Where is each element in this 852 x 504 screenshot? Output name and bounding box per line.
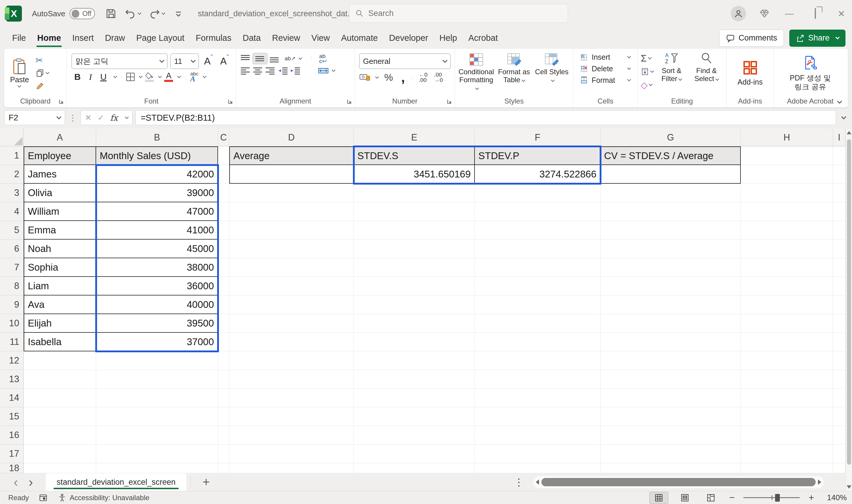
cell-b18[interactable] [96,463,218,473]
cell-c6[interactable] [218,239,229,258]
name-box[interactable]: F2 [4,110,65,125]
cell-f9[interactable] [475,295,600,314]
cell-i13[interactable] [833,370,846,389]
cell-i4[interactable] [833,202,846,221]
cell-a8[interactable]: Liam [24,277,96,295]
cell-a5[interactable]: Emma [24,221,96,239]
cell-h2[interactable] [741,165,833,184]
cell-e8[interactable] [354,277,475,295]
cell-c3[interactable] [218,184,229,202]
tab-formulas[interactable]: Formulas [190,27,237,49]
align-top-icon[interactable] [240,54,251,63]
tab-draw[interactable]: Draw [99,27,131,49]
horizontal-scroll-thumb[interactable] [541,478,816,486]
normal-view-button[interactable] [649,492,668,504]
autosave-toggle[interactable]: AutoSave Off [32,8,95,19]
row-header-7[interactable]: 7 [0,258,24,277]
column-header-c[interactable]: C [218,129,229,146]
cell-i8[interactable] [833,277,846,295]
conditional-formatting-button[interactable]: Conditional Formatting [458,53,495,92]
cell-g15[interactable] [600,407,741,426]
cell-a9[interactable]: Ava [24,295,96,314]
cell-i15[interactable] [833,407,846,426]
cell-d18[interactable] [229,463,354,473]
row-header-11[interactable]: 11 [0,333,24,352]
cell-c15[interactable] [218,407,229,426]
cell-i16[interactable] [833,426,846,445]
cell-d5[interactable] [229,221,354,239]
sheet-nav-right-icon[interactable]: › [23,476,38,488]
cell-h10[interactable] [741,314,833,333]
row-header-3[interactable]: 3 [0,184,24,202]
cell-b6[interactable]: 45000 [96,239,218,258]
delete-cells-button[interactable]: Delete [580,65,637,73]
cell-c13[interactable] [218,370,229,389]
underline-chevron-icon[interactable] [113,74,117,78]
fx-chevron-icon[interactable] [125,115,129,119]
align-left-icon[interactable] [240,67,251,75]
search-input[interactable] [368,9,546,18]
zoom-slider[interactable] [743,497,800,498]
cell-i17[interactable] [833,445,846,463]
cell-f3[interactable] [475,184,600,202]
phonetic-button[interactable]: abcA [190,72,198,82]
cell-e3[interactable] [354,184,475,202]
cell-g17[interactable] [600,445,741,463]
tab-review[interactable]: Review [267,27,306,49]
insert-function-icon[interactable]: fx [110,113,118,123]
cell-i9[interactable] [833,295,846,314]
cell-e9[interactable] [354,295,475,314]
tab-home[interactable]: Home [32,27,67,49]
new-sheet-button[interactable]: + [191,475,222,489]
cell-h11[interactable] [741,333,833,352]
cell-g9[interactable] [600,295,741,314]
cell-f2[interactable]: 3274.522866 [475,165,600,184]
cell-b5[interactable]: 41000 [96,221,218,239]
row-header-15[interactable]: 15 [0,407,24,426]
vertical-scrollbar[interactable] [846,129,852,491]
cell-h15[interactable] [741,407,833,426]
cell-h8[interactable] [741,277,833,295]
tab-data[interactable]: Data [237,27,266,49]
accounting-format-icon[interactable] [359,73,371,82]
cell-b10[interactable]: 39500 [96,314,218,333]
underline-button[interactable]: U [97,72,109,82]
cell-f4[interactable] [475,202,600,221]
align-bottom-icon[interactable] [269,54,280,63]
cell-d15[interactable] [229,407,354,426]
cell-b14[interactable] [96,389,218,407]
fill-button[interactable] [641,66,653,77]
cell-h5[interactable] [741,221,833,239]
cell-a15[interactable] [24,407,96,426]
scroll-left-icon[interactable] [536,480,539,485]
create-pdf-button[interactable]: PDF 생성 및 링크 공유 [774,49,847,95]
share-button[interactable]: Share [789,30,846,47]
row-header-4[interactable]: 4 [0,202,24,221]
number-dialog-launcher-icon[interactable] [447,98,452,104]
cell-h9[interactable] [741,295,833,314]
cell-d8[interactable] [229,277,354,295]
paste-button[interactable]: Paste [7,58,32,88]
cell-b1[interactable]: Monthly Sales (USD) [96,146,218,165]
cell-i2[interactable] [833,165,846,184]
cell-f17[interactable] [475,445,600,463]
tab-view[interactable]: View [306,27,336,49]
cell-a4[interactable]: William [24,202,96,221]
row-header-14[interactable]: 14 [0,389,24,407]
cell-h7[interactable] [741,258,833,277]
cell-i7[interactable] [833,258,846,277]
cell-e18[interactable] [354,463,475,473]
cell-b17[interactable] [96,445,218,463]
cell-g18[interactable] [600,463,741,473]
cell-h18[interactable] [741,463,833,473]
page-layout-view-button[interactable] [675,492,694,504]
cell-a1[interactable]: Employee [24,146,96,165]
wrap-text-button[interactable]: abc↩ [319,54,327,64]
decrease-indent-icon[interactable] [277,67,288,75]
cell-b16[interactable] [96,426,218,445]
cell-c17[interactable] [218,445,229,463]
cell-g16[interactable] [600,426,741,445]
row-header-17[interactable]: 17 [0,445,24,463]
cell-e10[interactable] [354,314,475,333]
cell-b2[interactable]: 42000 [96,165,218,184]
